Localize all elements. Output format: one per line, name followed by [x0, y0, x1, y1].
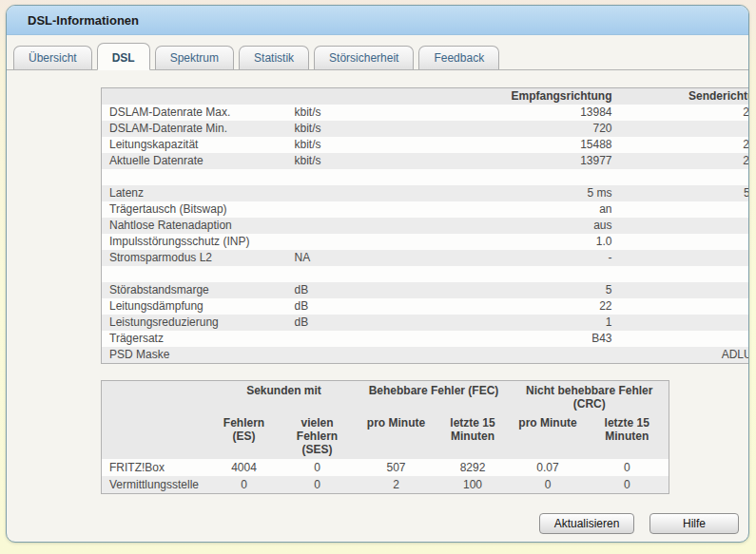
cell-downstream	[397, 347, 620, 364]
cell-downstream: aus	[397, 218, 620, 234]
cell-value: 8292	[436, 459, 511, 476]
row-label: DSLAM-Datenrate Min.	[102, 121, 287, 137]
errors-subheader-crc-last-15: letzte 15 Minuten	[586, 413, 669, 459]
cell-upstream: 13	[620, 298, 750, 315]
cell-upstream: 3	[620, 315, 750, 331]
spacer-row	[102, 266, 750, 282]
cell-value: 0	[586, 459, 669, 476]
table-row: TrägersatzB43B43	[102, 331, 750, 347]
cell-value: 100	[436, 476, 511, 494]
table-row: Stromsparmodus L2NA--	[102, 250, 750, 266]
cell-value: 4004	[211, 459, 278, 476]
row-label: Leitungskapazität	[102, 137, 287, 153]
cell-upstream: -	[620, 250, 750, 266]
errors-group-seconds: Sekunden mit	[211, 381, 358, 414]
errors-subheader-crc-per-minute: pro Minute	[511, 413, 586, 459]
cell-upstream: 368	[620, 121, 750, 137]
row-label: Trägersatz	[102, 331, 287, 347]
tab-spektrum[interactable]: Spektrum	[155, 46, 234, 69]
spacer-row	[102, 169, 750, 185]
row-label: PSD Maske	[102, 347, 287, 364]
row-label: Aktuelle Datenrate	[102, 153, 287, 169]
row-label: Trägertausch (Bitswap)	[102, 201, 287, 218]
cell-unit: dB	[287, 315, 397, 331]
cell-upstream: 2800	[620, 105, 750, 121]
row-label: Störabstandsmarge	[102, 282, 287, 298]
tab-feedback[interactable]: Feedback	[418, 46, 499, 69]
window-titlebar: DSL-Informationen	[7, 6, 748, 35]
row-label: Leistungsreduzierung	[102, 315, 287, 331]
cell-unit: dB	[287, 298, 397, 315]
tab-statistik[interactable]: Statistik	[239, 46, 309, 69]
cell-upstream: 5 ms	[620, 185, 750, 201]
cell-value: 2	[358, 476, 436, 494]
table-row: Vermittlungsstelle00210000	[102, 476, 669, 494]
cell-value: 0	[278, 459, 358, 476]
cell-value: 0.07	[511, 459, 586, 476]
cell-unit: NA	[287, 250, 397, 266]
table-row: DSLAM-Datenrate Max.kbit/s139842800	[102, 105, 750, 121]
params-header-unit	[287, 88, 397, 105]
cell-unit	[287, 185, 397, 201]
cell-value: 0	[278, 476, 358, 494]
spacer-cell	[102, 169, 750, 185]
cell-unit	[287, 234, 397, 250]
cell-upstream: aus	[620, 201, 750, 218]
errors-group-fec: Behebbare Fehler (FEC)	[358, 381, 511, 414]
cell-value: 0	[586, 476, 669, 494]
cell-unit: kbit/s	[287, 153, 397, 169]
errors-subheader-fec-last-15: letzte 15 Minuten	[436, 413, 511, 459]
cell-unit: kbit/s	[287, 105, 397, 121]
cell-value: 507	[358, 459, 436, 476]
table-row: Aktuelle Datenratekbit/s139772422	[102, 153, 750, 169]
cell-downstream: -	[397, 250, 620, 266]
row-label: DSLAM-Datenrate Max.	[102, 105, 287, 121]
row-label: FRITZ!Box	[102, 459, 211, 476]
table-row: Trägertausch (Bitswap)anaus	[102, 201, 750, 218]
params-header-downstream: Empfangsrichtung	[397, 88, 620, 105]
table-row: LeitungsdämpfungdB2213	[102, 298, 750, 315]
errors-group-header-row: Sekunden mit Behebbare Fehler (FEC) Nich…	[102, 381, 669, 414]
cell-unit	[287, 347, 397, 364]
cell-upstream: B43	[620, 331, 750, 347]
cell-unit	[287, 201, 397, 218]
row-label: Leitungsdämpfung	[102, 298, 287, 315]
errors-group-crc: Nicht behebbare Fehler (CRC)	[511, 381, 669, 414]
table-row: Impulsstörungsschutz (INP)1.01.1	[102, 234, 750, 250]
cell-upstream: 2422	[620, 153, 750, 169]
cell-value: 0	[211, 476, 278, 494]
errors-header-label	[102, 381, 211, 460]
content-area: Empfangsrichtung Senderichtung DSLAM-Dat…	[7, 70, 748, 494]
table-row: FRITZ!Box4004050782920.070	[102, 459, 669, 476]
params-header-row: Empfangsrichtung Senderichtung	[102, 88, 750, 105]
error-counters-table: Sekunden mit Behebbare Fehler (FEC) Nich…	[101, 380, 669, 494]
cell-downstream: 13984	[397, 105, 620, 121]
cell-upstream: 1.1	[620, 234, 750, 250]
tab-dsl[interactable]: DSL	[97, 43, 150, 70]
row-label: Latenz	[102, 185, 287, 201]
table-row: PSD MaskeADLU-60	[102, 347, 750, 364]
cell-downstream: 1	[397, 315, 620, 331]
tab-stoersicherheit[interactable]: Störsicherheit	[314, 46, 414, 69]
cell-downstream: 15488	[397, 137, 620, 153]
cell-downstream: 1.0	[397, 234, 620, 250]
cell-unit: dB	[287, 282, 397, 298]
cell-upstream: 2428	[620, 137, 750, 153]
tab-bar: ÜbersichtDSLSpektrumStatistikStörsicherh…	[7, 39, 748, 70]
cell-downstream: 5	[397, 282, 620, 298]
table-row: DSLAM-Datenrate Min.kbit/s720368	[102, 121, 750, 137]
refresh-button[interactable]: Aktualisieren	[539, 513, 634, 534]
cell-unit: kbit/s	[287, 121, 397, 137]
cell-upstream: aus	[620, 218, 750, 234]
cell-downstream: 5 ms	[397, 185, 620, 201]
table-row: Latenz5 ms5 ms	[102, 185, 750, 201]
tab-uebersicht[interactable]: Übersicht	[13, 46, 92, 69]
errors-subheader-fec-per-minute: pro Minute	[358, 413, 436, 459]
cell-value: 0	[511, 476, 586, 494]
table-row: LeistungsreduzierungdB13	[102, 315, 750, 331]
params-header-label	[102, 88, 287, 105]
help-button[interactable]: Hilfe	[649, 513, 739, 534]
table-row: StörabstandsmargedB56	[102, 282, 750, 298]
params-table-body: DSLAM-Datenrate Max.kbit/s139842800DSLAM…	[102, 105, 750, 364]
params-header-upstream: Senderichtung	[620, 88, 750, 105]
